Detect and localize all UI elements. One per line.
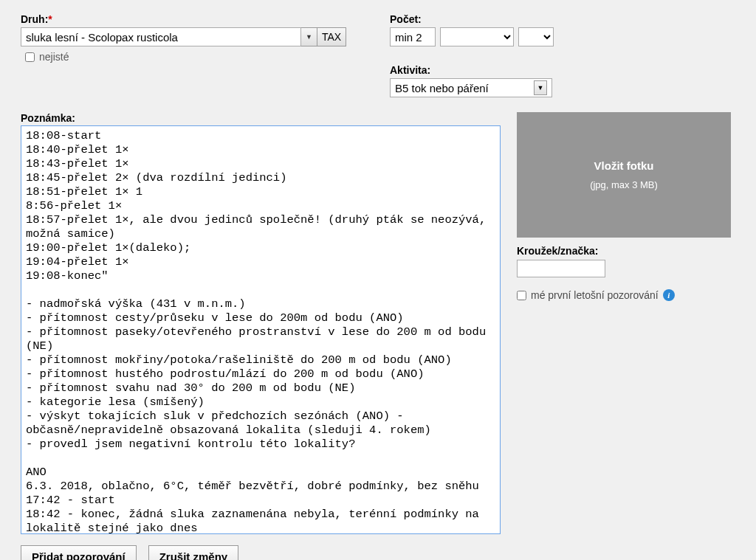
note-column: Poznámka: [21, 112, 501, 536]
cancel-changes-button[interactable]: Zrušit změny [148, 545, 239, 560]
upload-photo-box[interactable]: Vložit fotku (jpg, max 3 MB) [517, 112, 731, 238]
observation-form: Druh:* ▼ TAX nejisté Počet: Aktivita: [7, 7, 749, 560]
info-icon[interactable]: i [663, 289, 675, 301]
note-label: Poznámka: [21, 112, 501, 124]
activity-select[interactable]: B5 tok nebo páření ▼ [390, 78, 552, 97]
count-activity-group: Počet: Aktivita: B5 tok nebo páření ▼ [390, 13, 554, 97]
uncertain-checkbox-row[interactable]: nejisté [21, 51, 368, 63]
count-row [390, 27, 554, 46]
upload-photo-hint: (jpg, max 3 MB) [590, 179, 658, 190]
species-field-group: Druh:* ▼ TAX nejisté [21, 13, 368, 97]
add-observation-button[interactable]: Přidat pozorování [21, 545, 137, 560]
top-row: Druh:* ▼ TAX nejisté Počet: Aktivita: [21, 13, 735, 97]
count-select-1[interactable] [440, 27, 514, 46]
chevron-down-icon: ▼ [534, 80, 547, 95]
count-select-2[interactable] [518, 27, 554, 46]
ring-input[interactable] [517, 260, 605, 277]
species-input-row: ▼ TAX [21, 27, 368, 46]
right-column: Vložit fotku (jpg, max 3 MB) Kroužek/zna… [517, 112, 735, 301]
species-input[interactable] [21, 27, 301, 46]
first-observation-label: mé první letošní pozorování [531, 289, 659, 301]
activity-label: Aktivita: [390, 64, 554, 76]
count-label: Počet: [390, 13, 554, 25]
count-input[interactable] [390, 27, 436, 46]
species-label: Druh:* [21, 13, 368, 25]
note-textarea[interactable] [21, 125, 501, 534]
tax-button[interactable]: TAX [317, 27, 346, 46]
species-dropdown-button[interactable]: ▼ [301, 27, 317, 46]
uncertain-checkbox[interactable] [25, 52, 35, 62]
first-observation-checkbox[interactable] [517, 291, 526, 300]
uncertain-label: nejisté [39, 51, 69, 63]
first-observation-row[interactable]: mé první letošní pozorování i [517, 289, 735, 301]
species-label-text: Druh: [21, 13, 48, 25]
main-row: Poznámka: Vložit fotku (jpg, max 3 MB) K… [21, 112, 735, 536]
activity-value: B5 tok nebo páření [395, 82, 489, 94]
ring-label: Kroužek/značka: [517, 245, 735, 257]
buttons-row: Přidat pozorování Zrušit změny [21, 545, 735, 560]
upload-photo-title: Vložit fotku [594, 159, 654, 172]
required-mark: * [48, 13, 52, 25]
activity-block: Aktivita: B5 tok nebo páření ▼ [390, 64, 554, 97]
